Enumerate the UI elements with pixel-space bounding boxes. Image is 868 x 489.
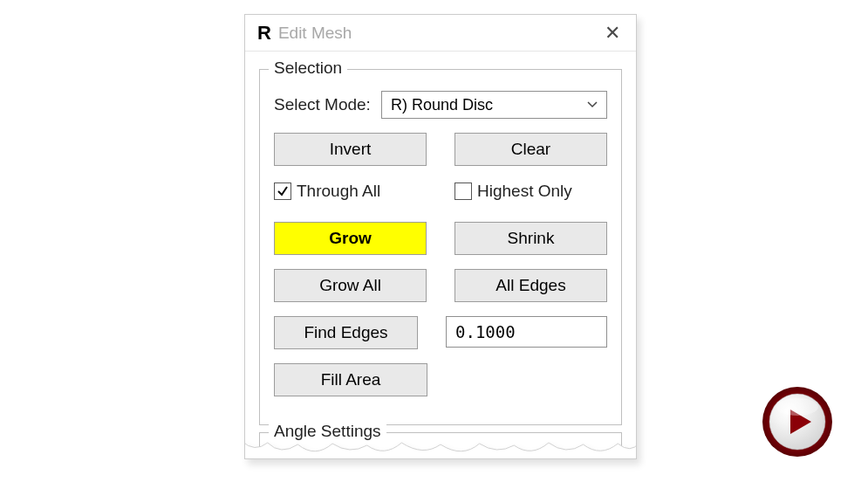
edge-value-text: 0.1000 [455,322,516,341]
through-all-checkbox[interactable] [274,183,291,200]
through-all-cell: Through All [274,182,427,201]
select-mode-row: Select Mode: R) Round Disc [274,91,607,119]
highest-only-checkbox[interactable] [455,183,472,200]
selection-group: Selection Select Mode: R) Round Disc Inv… [259,69,622,425]
checkmark-icon [277,185,289,197]
grow-label: Grow [329,229,372,248]
find-edges-button[interactable]: Find Edges [274,316,418,349]
chevron-down-icon [587,99,598,111]
window-title: Edit Mesh [278,24,352,43]
clear-label: Clear [511,140,550,159]
grow-all-button[interactable]: Grow All [274,269,427,302]
invert-clear-row: Invert Clear [274,133,607,166]
titlebar-left: R Edit Mesh [257,22,352,45]
svg-point-2 [776,398,818,416]
close-icon[interactable]: ✕ [598,18,627,48]
select-mode-dropdown[interactable]: R) Round Disc [381,91,607,119]
edge-value-input[interactable]: 0.1000 [446,316,607,348]
torn-edge [244,434,637,459]
all-edges-button[interactable]: All Edges [455,269,607,302]
shrink-button[interactable]: Shrink [455,222,607,255]
grow-shrink-row: Grow Shrink [274,222,607,255]
all-edges-label: All Edges [496,276,565,295]
spacer [455,363,607,396]
fillarea-row: Fill Area [274,363,607,396]
play-icon [762,386,833,458]
select-mode-label: Select Mode: [274,95,371,114]
findedges-value-row: Find Edges 0.1000 [274,316,607,349]
app-icon: R [257,22,271,45]
selection-legend: Selection [269,59,347,78]
edit-mesh-dialog: R Edit Mesh ✕ Selection Select Mode: R) … [244,14,637,459]
invert-label: Invert [330,140,372,159]
titlebar: R Edit Mesh ✕ [245,15,636,52]
grow-all-label: Grow All [319,276,381,295]
checkbox-row: Through All Highest Only [274,182,607,201]
through-all-label: Through All [297,182,380,201]
growall-alledges-row: Grow All All Edges [274,269,607,302]
find-edges-label: Find Edges [304,323,387,342]
invert-button[interactable]: Invert [274,133,427,166]
fill-area-label: Fill Area [321,370,381,389]
highest-only-cell: Highest Only [455,182,607,201]
clear-button[interactable]: Clear [455,133,607,166]
play-button[interactable] [762,386,833,458]
shrink-label: Shrink [508,229,555,248]
fill-area-button[interactable]: Fill Area [274,363,427,396]
grow-button[interactable]: Grow [274,222,427,255]
select-mode-value: R) Round Disc [391,96,493,114]
highest-only-label: Highest Only [477,182,572,201]
